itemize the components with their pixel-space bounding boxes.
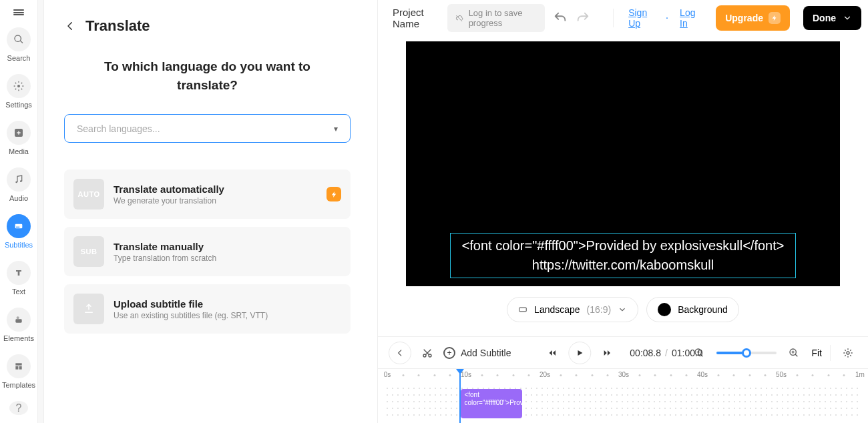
help-button[interactable]: ? — [9, 401, 28, 415]
timeline-settings-button[interactable] — [839, 344, 857, 362]
redo-button[interactable] — [576, 9, 590, 27]
time-display: 00:08.8/01:00.0 — [630, 348, 702, 358]
panel-title: Translate — [85, 17, 150, 35]
svg-rect-5 — [16, 227, 19, 228]
sidebar-item-media[interactable]: Media — [7, 121, 31, 155]
play-button[interactable] — [568, 342, 591, 364]
svg-rect-9 — [15, 366, 18, 370]
project-name[interactable]: Project Name — [393, 7, 439, 29]
option-translate-manual[interactable]: SUB Translate manually Type translation … — [64, 227, 351, 276]
aspect-ratio-select[interactable]: Landscape (16:9) — [507, 297, 638, 322]
add-subtitle-button[interactable]: + Add Subtitle — [443, 347, 511, 359]
svg-point-7 — [17, 316, 19, 319]
fit-button[interactable]: Fit — [811, 348, 822, 358]
ruler-mark: 20s — [539, 371, 550, 378]
sidebar-item-templates[interactable]: Templates — [2, 354, 35, 389]
background-select[interactable]: Background — [646, 297, 739, 322]
svg-rect-6 — [15, 319, 21, 322]
text-icon — [7, 261, 31, 285]
option-title: Translate automatically — [114, 183, 224, 195]
svg-point-0 — [17, 85, 20, 87]
cloud-off-icon — [455, 13, 463, 23]
svg-rect-11 — [519, 308, 527, 312]
lightning-icon — [327, 187, 341, 201]
playhead[interactable] — [459, 369, 461, 423]
sidebar-item-search[interactable]: Search — [7, 27, 31, 62]
login-to-save-button[interactable]: Log in to save progress — [447, 4, 545, 32]
svg-rect-10 — [19, 366, 22, 370]
undo-button[interactable] — [553, 9, 568, 27]
svg-rect-4 — [15, 224, 23, 229]
ruler-mark: 1m — [855, 371, 865, 378]
video-preview[interactable]: <font color="#ffff00">Provided by explos… — [406, 41, 840, 286]
cut-button[interactable] — [418, 344, 437, 362]
ruler-mark: 0s — [384, 371, 391, 378]
option-desc: Type translation from scratch — [114, 254, 216, 263]
sidebar-item-settings[interactable]: Settings — [5, 74, 32, 109]
subtitles-icon — [7, 214, 31, 238]
menu-button[interactable] — [13, 9, 24, 15]
login-link[interactable]: Log In — [680, 7, 700, 29]
sub-badge-icon: SUB — [73, 236, 104, 267]
subtitle-overlay[interactable]: <font color="#ffff00">Provided by explos… — [450, 233, 796, 278]
svg-point-16 — [847, 352, 849, 354]
sidebar-item-subtitles[interactable]: Subtitles — [5, 214, 33, 249]
svg-point-2 — [15, 181, 17, 183]
sidebar-item-text[interactable]: Text — [7, 261, 31, 296]
ruler-mark: 30s — [618, 371, 629, 378]
sidebar-item-audio[interactable]: Audio — [7, 167, 31, 202]
option-title: Upload subtitle file — [114, 298, 268, 310]
svg-point-3 — [20, 180, 22, 182]
landscape-icon — [518, 305, 527, 314]
option-upload-subtitle[interactable]: Upload subtitle file Use an existing sub… — [64, 284, 351, 334]
chevron-down-icon — [618, 305, 627, 314]
collapse-panel-button[interactable] — [389, 342, 411, 364]
templates-icon — [7, 354, 31, 378]
panel-question: To which language do you want to transla… — [84, 57, 331, 94]
plus-icon — [7, 121, 31, 145]
language-placeholder: Search languages... — [77, 123, 160, 134]
skip-back-button[interactable] — [543, 344, 562, 362]
upgrade-button[interactable]: Upgrade — [716, 5, 790, 31]
chevron-down-icon — [843, 13, 852, 23]
option-title: Translate manually — [114, 241, 216, 252]
upload-icon — [73, 294, 104, 324]
color-swatch — [658, 303, 671, 316]
auto-badge-icon: AUTO — [73, 179, 104, 209]
language-select[interactable]: Search languages... ▾ — [64, 114, 351, 143]
plus-icon: + — [443, 347, 455, 359]
elements-icon — [7, 308, 31, 332]
back-button[interactable] — [64, 20, 76, 32]
sidebar-item-elements[interactable]: Elements — [3, 308, 34, 342]
music-icon — [7, 167, 31, 191]
zoom-slider[interactable] — [716, 352, 777, 354]
settings-icon — [7, 74, 31, 98]
search-icon — [7, 27, 31, 51]
timeline[interactable]: 0s10s20s30s40s50s1m <font color="#ffff00… — [378, 368, 868, 423]
done-button[interactable]: Done — [803, 6, 861, 30]
lightning-icon — [769, 12, 781, 24]
option-desc: Use an existing subtitles file (eg. SRT,… — [114, 311, 268, 320]
subtitle-clip[interactable]: <font color="#ffff00">Provided — [461, 389, 522, 418]
ruler-mark: 40s — [697, 371, 708, 378]
option-translate-auto[interactable]: AUTO Translate automatically We generate… — [64, 169, 351, 219]
option-desc: We generate your translation — [114, 196, 224, 205]
chevron-down-icon: ▾ — [334, 124, 338, 133]
signup-link[interactable]: Sign Up — [628, 7, 654, 29]
ruler-mark: 50s — [776, 371, 787, 378]
zoom-in-button[interactable] — [785, 344, 803, 362]
skip-forward-button[interactable] — [598, 344, 616, 362]
svg-rect-8 — [15, 363, 21, 365]
